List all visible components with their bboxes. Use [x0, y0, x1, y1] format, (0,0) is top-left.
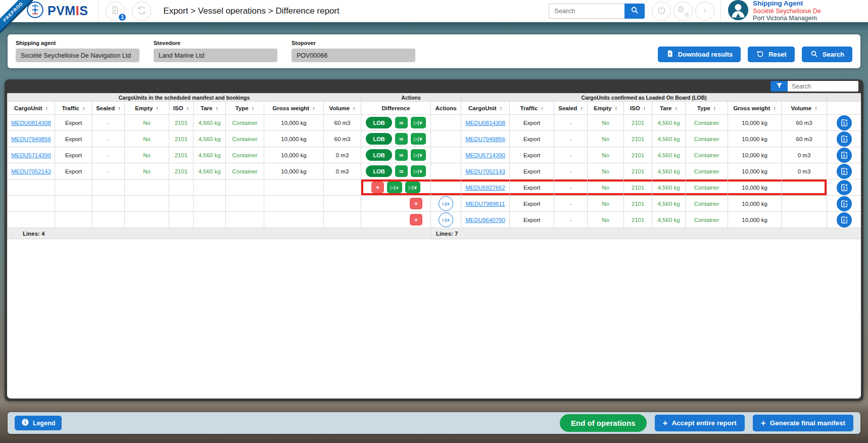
group-edit [827, 94, 861, 102]
lob-volume-cell: 60 m3 [782, 115, 827, 131]
confirm-lob-button[interactable]: ▷|∨ [405, 182, 420, 193]
note-add-button[interactable] [837, 115, 852, 130]
col-iso-right[interactable]: ISO↑ [624, 102, 652, 115]
search-button[interactable]: Search [802, 47, 852, 62]
col-volume-left[interactable]: Volume↑ [324, 102, 361, 115]
col-edit [827, 102, 861, 115]
equal-button[interactable]: = [395, 117, 408, 128]
lob-cargo-unit-link[interactable]: MEDU7052143 [465, 168, 505, 174]
col-empty-left[interactable]: Empty↑ [125, 102, 169, 115]
settings-button[interactable]: ⚙⚙ [673, 2, 693, 21]
note-add-button[interactable] [837, 212, 852, 228]
manifest-cargo-unit-link[interactable]: MEDU7949856 [11, 136, 51, 142]
manifest-gross-weight-cell [264, 196, 324, 212]
add-cargo-button[interactable]: + [410, 198, 422, 209]
col-type-left[interactable]: Type↑ [226, 102, 264, 115]
difference-buttons: + [361, 198, 430, 209]
table-row: +▷|+MEDU7989611Export-No21014,560 kgCont… [8, 196, 861, 212]
col-sealed-left[interactable]: Sealed↑ [92, 102, 125, 115]
lob-cargo-unit-link[interactable]: MEDU7989611 [466, 201, 505, 207]
equal-button[interactable]: = [395, 149, 408, 161]
lob-button[interactable]: LOB [366, 133, 392, 145]
refresh-button[interactable] [132, 2, 151, 21]
undo-icon [756, 50, 764, 60]
manifest-gross-weight-cell: 10,000 kg [264, 147, 324, 163]
lob-cargo-unit-link[interactable]: MEDU5927652 [465, 185, 505, 191]
global-search-input[interactable] [549, 4, 624, 19]
transfer-add-button[interactable]: ▷|+ [387, 182, 402, 193]
end-of-operations-button[interactable]: End of operations [560, 414, 647, 432]
accept-entire-report-button[interactable]: + Accept entire report [655, 415, 745, 431]
note-add-button[interactable] [837, 196, 852, 211]
add-cargo-button[interactable]: + [410, 214, 422, 226]
col-empty-right[interactable]: Empty↑ [588, 102, 624, 115]
lob-button[interactable]: LOB [366, 165, 392, 177]
field-stevedore: Stevedore [154, 40, 277, 62]
note-add-button[interactable] [837, 164, 852, 179]
lob-cargo-unit-link[interactable]: MEDU0814308 [465, 120, 505, 126]
transfer-add-outline-button[interactable]: ▷|+ [439, 196, 453, 211]
table-filter-button[interactable] [770, 81, 788, 92]
info-button[interactable] [695, 2, 714, 21]
col-traffic-left[interactable]: Traffic↑ [55, 102, 92, 115]
field-stopover: Stopover [292, 40, 415, 62]
manifest-cargo-unit-link[interactable]: MEDU0814308 [11, 120, 51, 126]
note-add-button[interactable] [837, 131, 852, 147]
lob-button[interactable]: LOB [366, 149, 392, 161]
actions-cell [431, 115, 461, 131]
col-tare-left[interactable]: Tare↑ [194, 102, 226, 115]
confirm-lob-button[interactable]: ▷|∨ [411, 165, 426, 177]
col-iso-left[interactable]: ISO↑ [169, 102, 194, 115]
documents-button[interactable]: 1 [106, 2, 125, 21]
manifest-gross-weight-cell: 10,000 kg [264, 163, 324, 180]
col-gross-weight-right[interactable]: Gross weight↑ [728, 102, 782, 115]
col-type-right[interactable]: Type↑ [686, 102, 728, 115]
lob-iso-cell: 2101 [624, 147, 652, 163]
manifest-iso-cell [169, 212, 194, 228]
confirm-lob-button[interactable]: ▷|∨ [411, 133, 426, 145]
lob-button[interactable]: LOB [366, 117, 392, 128]
manifest-cargo-unit-link[interactable]: MEDU5714390 [11, 152, 51, 158]
add-cargo-button[interactable]: + [371, 182, 384, 193]
transfer-add-outline-button[interactable]: ▷|+ [439, 212, 453, 227]
plus-icon: + [663, 419, 668, 427]
download-results-button[interactable]: Download results [658, 47, 741, 62]
confirm-lob-button[interactable]: ▷|∨ [411, 149, 426, 161]
global-search-button[interactable] [624, 4, 645, 19]
col-tare-right[interactable]: Tare↑ [652, 102, 686, 115]
manifest-iso-cell: 2101 [169, 163, 194, 180]
col-cargo-unit-left[interactable]: CargoUnit↑ [8, 102, 55, 115]
table-row: +▷|+MEDU9640790Export-No21014,560 kgCont… [8, 212, 861, 228]
note-add-button[interactable] [837, 180, 852, 195]
confirm-lob-button[interactable]: ▷|∨ [411, 117, 426, 128]
lob-cargo-unit-cell: MEDU7989611 [461, 196, 510, 212]
user-account[interactable]: Shipping Agent Société Seychelloise De P… [720, 0, 868, 22]
lob-tare-cell: 4,560 kg [652, 147, 686, 163]
equal-button[interactable]: = [395, 133, 408, 145]
logout-button[interactable] [652, 2, 671, 21]
lob-cargo-unit-cell: MEDU7949856 [461, 131, 510, 147]
equal-button[interactable]: = [395, 165, 408, 177]
bottom-action-bar: Legend End of operations + Accept entire… [8, 412, 860, 434]
manifest-empty-cell [125, 180, 169, 196]
reset-button[interactable]: Reset [748, 47, 794, 62]
lob-cargo-unit-link[interactable]: MEDU9640790 [465, 217, 505, 223]
lob-sealed-cell: - [554, 196, 588, 212]
manifest-cargo-unit-link[interactable]: MEDU7052143 [11, 168, 51, 174]
lob-cargo-unit-link[interactable]: MEDU5714390 [465, 152, 505, 158]
table-search-input[interactable] [788, 81, 858, 92]
col-volume-right[interactable]: Volume↑ [782, 102, 827, 115]
col-gross-weight-left[interactable]: Gross weight↑ [264, 102, 324, 115]
col-sealed-right[interactable]: Sealed↑ [554, 102, 588, 115]
difference-buttons: + [361, 214, 430, 226]
col-traffic-right[interactable]: Traffic↑ [510, 102, 554, 115]
legend-button[interactable]: Legend [15, 416, 62, 430]
lob-sealed-cell: - [554, 163, 588, 180]
lob-volume-cell [782, 180, 827, 196]
lob-cargo-unit-link[interactable]: MEDU7949856 [465, 136, 505, 142]
col-cargo-unit-right[interactable]: CargoUnit↑ [461, 102, 510, 115]
note-add-button[interactable] [837, 148, 852, 163]
lob-tare-cell: 4,560 kg [652, 115, 686, 131]
manifest-type-cell [226, 212, 264, 228]
generate-final-manifest-button[interactable]: + Generate final manifest [753, 415, 853, 431]
